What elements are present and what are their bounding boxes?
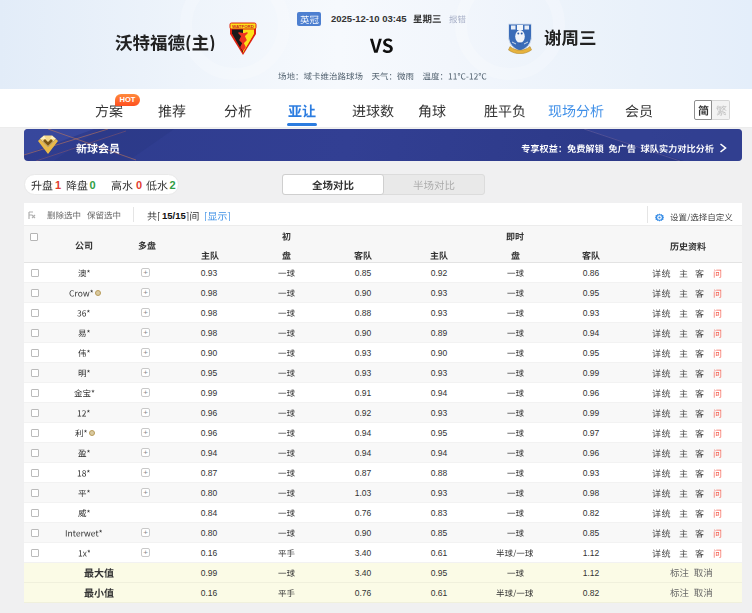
svg-text:WATFORD: WATFORD xyxy=(232,24,254,29)
